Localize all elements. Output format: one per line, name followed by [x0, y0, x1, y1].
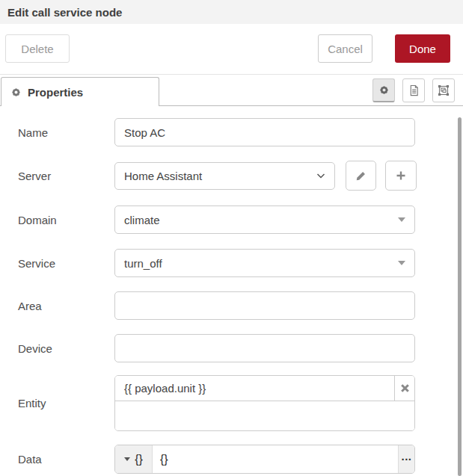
properties-tab-button[interactable] [372, 78, 395, 102]
json-type-symbol: {} [135, 453, 143, 466]
chevron-down-icon [316, 173, 325, 179]
data-typed-input: {} {} ... [114, 445, 415, 474]
service-combobox[interactable]: turn_off [114, 249, 415, 277]
document-icon [408, 84, 420, 96]
domain-combobox[interactable]: climate [114, 205, 415, 234]
caret-down-icon [398, 261, 405, 265]
add-server-button[interactable] [385, 161, 417, 191]
vertical-scrollbar[interactable] [458, 117, 462, 476]
name-label: Name [18, 126, 114, 139]
edit-server-button[interactable] [346, 161, 376, 191]
entity-row: Entity [18, 375, 463, 431]
server-label: Server [18, 170, 114, 182]
appearance-tab-button[interactable] [432, 78, 455, 102]
gear-icon [378, 84, 390, 96]
domain-row: Domain climate [18, 205, 463, 234]
server-select-value: Home Assistant [124, 170, 202, 182]
entity-new-input[interactable] [115, 401, 414, 430]
properties-form: Name Server Home Assistant Domain cli [0, 106, 463, 474]
dialog-title: Edit call service node [7, 6, 122, 19]
device-row: Device [18, 334, 463, 362]
entity-list-item [115, 376, 414, 401]
service-value: turn_off [124, 257, 162, 270]
description-tab-button[interactable] [402, 78, 425, 102]
entity-list [114, 375, 415, 431]
area-input[interactable] [114, 291, 415, 320]
tab-properties-label: Properties [28, 86, 83, 99]
domain-value: climate [124, 214, 160, 226]
device-label: Device [18, 342, 114, 355]
domain-label: Domain [18, 214, 114, 226]
data-value-text: {} [160, 453, 168, 466]
delete-button[interactable]: Delete [5, 34, 70, 63]
server-select[interactable]: Home Assistant [114, 162, 335, 190]
remove-entity-button[interactable] [394, 376, 414, 401]
area-label: Area [18, 300, 114, 312]
service-row: Service turn_off [18, 249, 463, 277]
name-input[interactable] [114, 118, 415, 146]
dialog-toolbar: Delete Cancel Done [0, 24, 463, 75]
data-type-select-button[interactable]: {} [115, 445, 153, 473]
service-label: Service [18, 257, 114, 270]
name-row: Name [18, 118, 463, 146]
pencil-icon [355, 170, 367, 182]
tab-properties[interactable]: Properties [1, 77, 159, 106]
data-label: Data [18, 453, 114, 466]
expand-editor-button[interactable]: ... [398, 445, 414, 473]
appearance-icon [438, 84, 450, 96]
entity-label: Entity [18, 397, 114, 409]
dialog-header: Edit call service node [0, 0, 463, 24]
caret-down-icon [124, 457, 130, 461]
area-row: Area [18, 291, 463, 320]
done-button[interactable]: Done [395, 34, 450, 63]
caret-down-icon [398, 217, 405, 222]
close-icon [400, 383, 410, 393]
plus-icon [396, 170, 406, 181]
gear-icon [10, 87, 22, 98]
entity-item-input[interactable] [115, 376, 394, 401]
data-row: Data {} {} ... [18, 445, 463, 474]
data-value-input[interactable]: {} [153, 445, 398, 473]
device-input[interactable] [114, 334, 415, 362]
edit-tray-tabbar: Properties [0, 75, 463, 106]
server-row: Server Home Assistant [18, 161, 463, 191]
tab-icon-buttons [372, 78, 455, 102]
toolbar-right-group: Cancel Done [318, 34, 450, 74]
ellipsis-icon: ... [401, 450, 411, 463]
cancel-button[interactable]: Cancel [318, 34, 372, 63]
